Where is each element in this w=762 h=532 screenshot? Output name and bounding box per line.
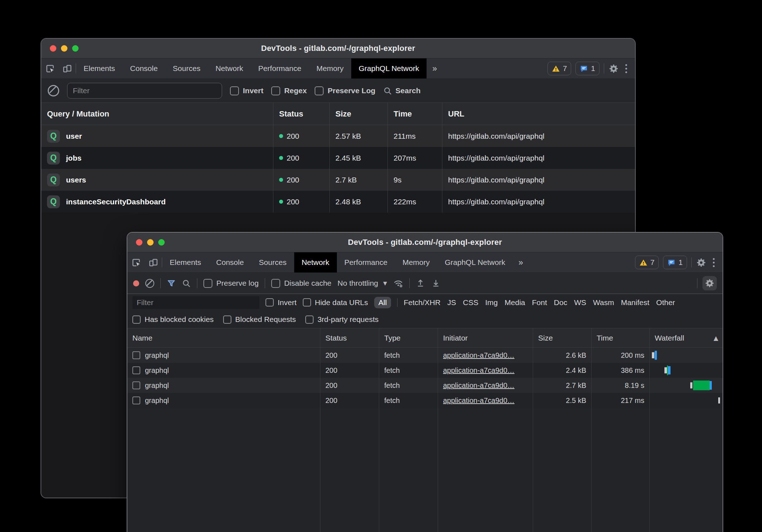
third-party-checkbox-group[interactable]: 3rd-party requests — [305, 315, 378, 324]
type-filter-img[interactable]: Img — [485, 298, 498, 307]
issues-badge[interactable]: 1 — [575, 62, 599, 75]
type-filter-other[interactable]: Other — [656, 298, 675, 307]
network-settings-gear-icon[interactable] — [702, 276, 717, 290]
waterfall-bar[interactable] — [650, 393, 723, 408]
kebab-menu-icon[interactable] — [711, 256, 717, 269]
warnings-badge[interactable]: 7 — [635, 256, 659, 269]
more-tabs-chevron[interactable]: » — [427, 58, 443, 79]
disable-cache-checkbox[interactable] — [271, 279, 280, 288]
column-name[interactable]: Name — [127, 328, 320, 347]
row-checkbox[interactable] — [132, 351, 140, 359]
table-row[interactable]: QinstanceSecurityDashboard 200 2.48 kB 2… — [41, 191, 635, 213]
type-filter-doc[interactable]: Doc — [554, 298, 567, 307]
column-waterfall[interactable]: Waterfall ▲ — [649, 328, 723, 347]
column-status[interactable]: Status — [273, 103, 329, 125]
tab-network[interactable]: Network — [294, 252, 337, 272]
hide-data-urls-checkbox-group[interactable]: Hide data URLs — [303, 298, 368, 307]
clear-icon[interactable] — [48, 85, 59, 96]
table-row[interactable]: graphql 200 fetch application-a7ca9d0… 2… — [127, 348, 723, 363]
tab-elements[interactable]: Elements — [162, 252, 209, 272]
type-filter-media[interactable]: Media — [505, 298, 525, 307]
waterfall-bar[interactable] — [650, 363, 723, 378]
blocked-requests-checkbox-group[interactable]: Blocked Requests — [223, 315, 296, 324]
settings-gear-icon[interactable] — [608, 63, 619, 74]
row-checkbox[interactable] — [132, 396, 140, 404]
preserve-log-checkbox[interactable] — [315, 86, 324, 95]
invert-checkbox[interactable] — [265, 298, 274, 307]
table-row[interactable]: graphql 200 fetch application-a7ca9d0… 2… — [127, 378, 723, 393]
tab-performance[interactable]: Performance — [337, 252, 395, 272]
invert-checkbox-group[interactable]: Invert — [230, 86, 263, 95]
type-filter-font[interactable]: Font — [532, 298, 547, 307]
filter-funnel-icon[interactable] — [167, 279, 176, 288]
record-button[interactable] — [133, 280, 139, 286]
preserve-log-checkbox-group[interactable]: Preserve log — [203, 279, 259, 288]
kebab-menu-icon[interactable] — [623, 62, 629, 75]
tab-sources[interactable]: Sources — [251, 252, 294, 272]
import-har-icon[interactable] — [416, 279, 425, 288]
export-har-icon[interactable] — [431, 279, 441, 288]
column-url[interactable]: URL — [442, 103, 635, 125]
close-button[interactable] — [136, 239, 142, 246]
table-row[interactable]: graphql 200 fetch application-a7ca9d0… 2… — [127, 363, 723, 378]
blocked-requests-checkbox[interactable] — [223, 315, 231, 324]
tab-graphql-network[interactable]: GraphQL Network — [437, 252, 513, 272]
filter-input[interactable] — [67, 83, 222, 99]
hide-data-urls-checkbox[interactable] — [303, 298, 311, 307]
tab-network[interactable]: Network — [208, 58, 251, 79]
column-query-mutation[interactable]: Query / Mutation — [41, 103, 273, 125]
settings-gear-icon[interactable] — [696, 257, 706, 268]
network-conditions-icon[interactable] — [393, 278, 403, 288]
type-filter-css[interactable]: CSS — [463, 298, 478, 307]
third-party-checkbox[interactable] — [305, 315, 314, 324]
regex-checkbox[interactable] — [271, 86, 280, 95]
titlebar[interactable]: DevTools - gitlab.com/-/graphql-explorer — [127, 233, 723, 252]
close-button[interactable] — [50, 45, 56, 52]
column-initiator[interactable]: Initiator — [438, 328, 533, 347]
blocked-cookies-checkbox-group[interactable]: Has blocked cookies — [132, 315, 214, 324]
column-size[interactable]: Size — [533, 328, 591, 347]
inspect-element-icon[interactable] — [41, 58, 58, 79]
warnings-badge[interactable]: 7 — [547, 62, 572, 75]
type-filter-wasm[interactable]: Wasm — [593, 298, 614, 307]
tab-console[interactable]: Console — [123, 58, 165, 79]
device-toolbar-icon[interactable] — [145, 252, 162, 272]
invert-checkbox[interactable] — [230, 86, 239, 95]
type-filter-ws[interactable]: WS — [574, 298, 586, 307]
table-row[interactable]: Quser 200 2.57 kB 211ms https://gitlab.c… — [41, 125, 635, 147]
column-time[interactable]: Time — [387, 103, 442, 125]
row-checkbox[interactable] — [132, 381, 140, 389]
more-tabs-chevron[interactable]: » — [513, 252, 529, 272]
initiator-link[interactable]: application-a7ca9d0… — [443, 381, 514, 390]
tab-sources[interactable]: Sources — [165, 58, 208, 79]
disable-cache-checkbox-group[interactable]: Disable cache — [271, 279, 331, 288]
column-time[interactable]: Time — [591, 328, 649, 347]
tab-console[interactable]: Console — [209, 252, 251, 272]
preserve-log-checkbox-group[interactable]: Preserve Log — [315, 86, 375, 95]
column-status[interactable]: Status — [320, 328, 379, 347]
tab-memory[interactable]: Memory — [309, 58, 351, 79]
minimize-button[interactable] — [61, 45, 67, 52]
titlebar[interactable]: DevTools - gitlab.com/-/graphql-explorer — [41, 39, 635, 58]
invert-checkbox-group[interactable]: Invert — [265, 298, 297, 307]
preserve-log-checkbox[interactable] — [203, 279, 212, 288]
issues-badge[interactable]: 1 — [663, 256, 687, 269]
search-icon[interactable] — [182, 279, 191, 288]
initiator-link[interactable]: application-a7ca9d0… — [443, 396, 514, 405]
row-checkbox[interactable] — [132, 366, 140, 374]
column-size[interactable]: Size — [329, 103, 387, 125]
table-row[interactable]: Qjobs 200 2.45 kB 207ms https://gitlab.c… — [41, 147, 635, 169]
inspect-element-icon[interactable] — [127, 252, 145, 272]
column-type[interactable]: Type — [379, 328, 438, 347]
search-toggle[interactable]: Search — [383, 86, 420, 95]
throttling-dropdown[interactable]: No throttling ▼ — [338, 279, 387, 288]
waterfall-bar[interactable] — [650, 378, 723, 393]
maximize-button[interactable] — [158, 239, 165, 246]
waterfall-bar[interactable] — [650, 348, 723, 363]
type-filter-js[interactable]: JS — [447, 298, 456, 307]
filter-input[interactable] — [132, 296, 259, 309]
minimize-button[interactable] — [147, 239, 154, 246]
initiator-link[interactable]: application-a7ca9d0… — [443, 366, 514, 375]
initiator-link[interactable]: application-a7ca9d0… — [443, 351, 514, 360]
type-filter-all[interactable]: All — [374, 297, 391, 308]
